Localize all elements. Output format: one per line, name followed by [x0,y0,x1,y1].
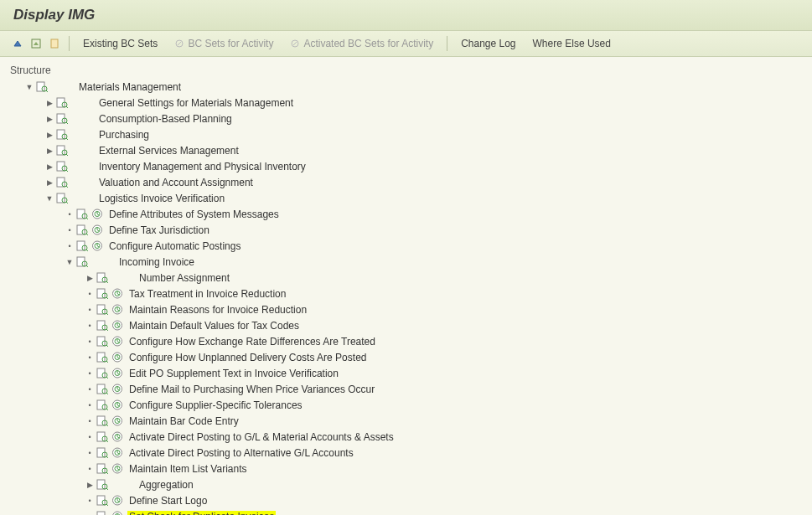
tree-node[interactable]: ▶ Number Assignment [0,270,812,286]
doc-icon[interactable] [55,145,69,157]
doc-icon[interactable] [96,399,109,411]
doc-icon[interactable] [96,479,109,491]
expand-icon[interactable]: ▶ [44,129,55,141]
tree-node[interactable]: • Define Start Logo [0,492,812,508]
tree-node[interactable]: • Define Tax Jurisdiction [0,222,812,238]
doc-icon[interactable] [96,431,109,443]
node-label[interactable]: Edit PO Supplement Text in Invoice Verif… [127,368,339,379]
tree-node[interactable]: ▶ Purchasing [0,126,812,142]
tree-node[interactable]: • Configure Automatic Postings [0,238,812,254]
node-label[interactable]: Activate Direct Posting to G/L & Materia… [127,431,394,443]
execute-icon[interactable] [111,336,124,348]
doc-icon[interactable] [96,511,109,516]
execute-icon[interactable] [111,352,124,363]
tree-node[interactable]: ▶ Inventory Management and Physical Inve… [0,158,812,174]
tree-node[interactable]: • Tax Treatment in Invoice Reduction [0,286,812,301]
doc-icon[interactable] [55,193,69,204]
tree-node[interactable]: ▶ General Settings for Materials Managem… [0,95,812,111]
expand-icon[interactable]: ▶ [44,113,55,125]
expand-icon[interactable]: ▶ [84,479,96,491]
node-label[interactable]: Configure Automatic Postings [107,240,240,252]
doc-icon[interactable] [96,304,109,316]
doc-icon[interactable] [96,447,109,459]
doc-icon[interactable] [75,209,89,220]
expand-icon[interactable]: ▶ [44,161,55,173]
collapse-icon[interactable]: ▼ [44,193,55,204]
doc-icon[interactable] [55,177,69,188]
execute-icon[interactable] [111,399,124,411]
collapse-icon[interactable]: ▼ [64,256,75,268]
node-label[interactable]: Maintain Reasons for Invoice Reduction [127,304,307,316]
tree-node-incoming[interactable]: ▼ Incoming Invoice [0,254,812,270]
tree-node[interactable]: • Configure How Exchange Rate Difference… [0,333,812,349]
bc-sets-activity-button[interactable]: BC Sets for Activity [168,36,280,51]
execute-icon[interactable] [111,368,124,379]
execute-icon[interactable] [111,384,124,395]
tree-node[interactable]: • Maintain Reasons for Invoice Reduction [0,301,812,317]
expand-icon[interactable]: ▶ [84,272,96,284]
node-label[interactable]: Configure How Unplanned Delivery Costs A… [127,352,366,363]
execute-icon[interactable] [111,415,124,427]
doc-icon[interactable] [75,240,89,252]
activated-bc-sets-button[interactable]: Activated BC Sets for Activity [283,36,440,51]
tree-node[interactable]: • Maintain Item List Variants [0,461,812,476]
tree-node[interactable]: ▶ Aggregation [0,476,812,492]
node-label[interactable]: Maintain Bar Code Entry [127,415,239,427]
execute-icon[interactable] [111,495,124,507]
tree-node[interactable]: • Configure Supplier-Specific Tolerances [0,397,812,413]
doc-icon[interactable] [55,113,69,125]
tree-node[interactable]: • Edit PO Supplement Text in Invoice Ver… [0,365,812,381]
execute-icon[interactable] [91,224,104,236]
doc-icon[interactable] [96,320,109,332]
expand-icon[interactable]: ▶ [44,177,55,188]
execute-icon[interactable] [111,511,124,516]
execute-icon[interactable] [111,447,124,459]
execute-icon[interactable] [111,288,124,300]
doc-icon[interactable] [96,463,109,475]
execute-icon[interactable] [111,431,124,443]
doc-icon[interactable] [55,129,69,141]
node-label[interactable]: Maintain Item List Variants [127,463,247,475]
doc-icon[interactable] [75,224,89,236]
tree-node[interactable]: • Configure How Unplanned Delivery Costs… [0,349,812,365]
node-label[interactable]: Configure How Exchange Rate Differences … [127,336,375,348]
doc-icon[interactable] [96,336,109,348]
node-label-highlighted[interactable]: Set Check for Duplicate Invoices [127,511,276,516]
node-label[interactable]: Define Tax Jurisdiction [107,224,209,236]
execute-icon[interactable] [111,463,124,475]
doc-icon[interactable] [55,161,69,173]
change-log-button[interactable]: Change Log [454,36,522,51]
tree-node[interactable]: • Maintain Bar Code Entry [0,413,812,429]
where-else-used-button[interactable]: Where Else Used [526,36,618,51]
tree-node[interactable]: ▶ External Services Management [0,142,812,158]
tree-node-root[interactable]: ▼ Materials Management [0,79,812,95]
doc-icon[interactable] [96,352,109,363]
doc-icon[interactable] [96,368,109,379]
doc-icon[interactable] [96,288,109,300]
expand-all-icon[interactable] [10,36,25,51]
node-label[interactable]: Maintain Default Values for Tax Codes [127,320,299,332]
existing-bc-sets-button[interactable]: Existing BC Sets [76,36,164,51]
tree-node[interactable]: • Activate Direct Posting to G/L & Mater… [0,429,812,445]
tree-node[interactable]: • Activate Direct Posting to Alternative… [0,445,812,461]
doc-icon[interactable] [96,384,109,395]
node-label[interactable]: Define Attributes of System Messages [107,209,279,220]
doc-icon[interactable] [96,272,109,284]
execute-icon[interactable] [111,320,124,332]
execute-icon[interactable] [91,209,104,220]
node-label[interactable]: Define Mail to Purchasing When Price Var… [127,384,375,395]
tree-node[interactable]: ▶ Valuation and Account Assignment [0,174,812,190]
execute-icon[interactable] [91,240,104,252]
doc-icon[interactable] [96,495,109,507]
tree-node-set-check-duplicate[interactable]: • Set Check for Duplicate Invoices [0,508,812,515]
doc-icon[interactable] [55,97,69,109]
node-label[interactable]: Configure Supplier-Specific Tolerances [127,399,303,411]
expand-icon[interactable]: ▶ [44,97,55,109]
node-label[interactable]: Activate Direct Posting to Alternative G… [127,447,354,459]
find-icon[interactable] [47,36,62,51]
doc-icon[interactable] [75,256,89,268]
execute-icon[interactable] [111,304,124,316]
doc-icon[interactable] [35,81,49,93]
tree-node[interactable]: • Define Mail to Purchasing When Price V… [0,381,812,397]
doc-icon[interactable] [96,415,109,427]
